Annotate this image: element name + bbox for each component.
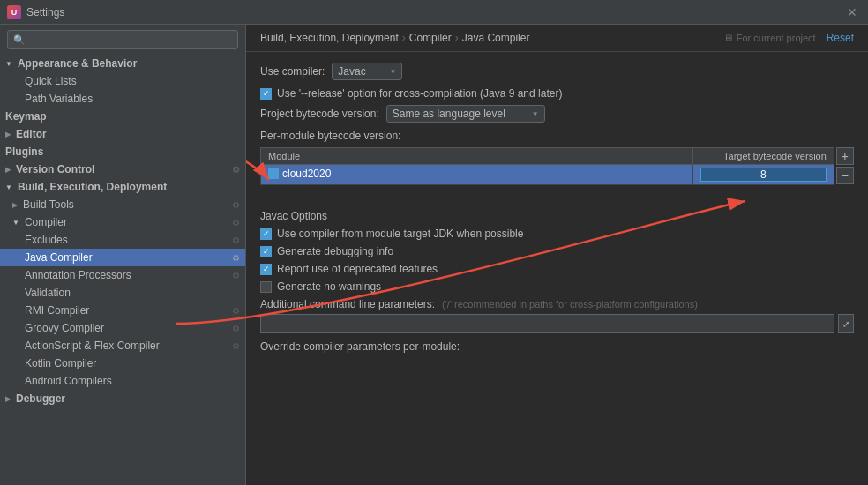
sync-icon: ⚙ [232,253,240,263]
sidebar-item-label: Version Control [16,163,94,175]
option-label-1: Generate debugging info [277,245,393,257]
sync-icon: ⚙ [232,235,240,245]
additional-params-note: ('/' recommended in paths for cross-plat… [442,299,698,310]
option-checkbox-0[interactable] [260,228,272,240]
module-table-wrapper: Module Target bytecode version cloud2020 [260,147,854,189]
sidebar-item-label: Quick Lists [25,75,77,87]
expand-icon: ▼ [5,183,12,191]
remove-module-button[interactable]: − [836,167,854,184]
reset-button[interactable]: Reset [827,32,854,44]
breadcrumb-sep-1: › [402,32,406,44]
search-input[interactable] [29,34,232,46]
sidebar-item-version-control[interactable]: ▶ Version Control ⚙ [0,160,245,178]
sidebar-item-build-tools[interactable]: ▶ Build Tools ⚙ [0,196,245,213]
module-cell: cloud2020 [261,165,693,185]
version-input[interactable] [700,168,827,182]
sidebar-item-editor[interactable]: ▶ Editor [0,125,245,143]
sidebar-item-label: Keymap [5,110,47,123]
sidebar-section: ▼ Appearance & Behavior Quick Lists Path… [0,55,245,407]
search-icon: 🔍 [13,34,26,46]
sidebar-item-label: Groovy Compiler [25,322,104,334]
window-title: Settings [26,6,64,19]
expand-icon: ▼ [5,60,12,68]
sidebar-item-path-variables[interactable]: Path Variables [0,90,245,108]
sidebar-item-label: Java Compiler [25,251,93,264]
sidebar-item-kotlin-compiler[interactable]: Kotlin Compiler [0,354,245,372]
breadcrumb-part-1: Build, Execution, Deployment [260,32,399,44]
sidebar-item-rmi-compiler[interactable]: RMI Compiler ⚙ [0,302,245,319]
arrow-spacer [260,189,854,203]
expand-button[interactable]: ⤢ [838,314,854,333]
sidebar-item-compiler[interactable]: ▼ Compiler ⚙ [0,213,245,231]
sidebar-item-label: Build, Execution, Deployment [18,181,167,193]
option-label-3: Generate no warnings [277,280,381,293]
sidebar-item-label: Debugger [16,392,65,405]
sync-icon: ⚙ [232,200,240,210]
sidebar-item-label: Annotation Processors [25,269,131,281]
version-cell[interactable] [692,165,834,185]
option-checkbox-2[interactable] [260,264,272,275]
col-target: Target bytecode version [692,148,834,165]
override-label: Override compiler parameters per-module: [260,340,854,353]
sync-icon: ⚙ [232,306,240,316]
sync-icon: ⚙ [232,218,240,228]
expand-icon: ▶ [5,166,11,174]
option-row-0: Use compiler from module target JDK when… [260,228,854,240]
sidebar-item-label: Path Variables [25,93,93,105]
sidebar-item-label: RMI Compiler [25,304,89,317]
module-icon-box [268,168,279,179]
breadcrumb-part-3: Java Compiler [462,32,530,44]
sidebar-item-label: Kotlin Compiler [25,357,96,369]
sync-icon: ⚙ [232,271,240,280]
expand-icon: ▶ [5,395,11,403]
breadcrumb-path: Build, Execution, Deployment › Compiler … [260,32,529,44]
sidebar-item-actionscript[interactable]: ActionScript & Flex Compiler ⚙ [0,337,245,354]
compiler-dropdown[interactable]: Javac ▼ [332,63,402,80]
sidebar-item-groovy-compiler[interactable]: Groovy Compiler ⚙ [0,319,245,337]
sidebar-item-validation[interactable]: Validation [0,284,245,302]
option-checkbox-3[interactable] [260,281,272,293]
additional-params-input-row: ⤢ [260,314,854,333]
sidebar-item-label: Android Compilers [25,375,112,387]
content-body: Use compiler: Javac ▼ Use '--release' op… [246,52,868,485]
option-label-0: Use compiler from module target JDK when… [277,228,523,240]
sidebar-item-appearance[interactable]: ▼ Appearance & Behavior [0,55,245,72]
breadcrumb-sep-2: › [455,32,459,44]
compiler-field-row: Use compiler: Javac ▼ [260,63,854,80]
release-option-checkbox[interactable] [260,88,272,100]
bytecode-version-row: Project bytecode version: Same as langua… [260,105,854,123]
expand-icon: ▼ [12,219,19,227]
sidebar-item-quick-lists[interactable]: Quick Lists [0,72,245,90]
search-box[interactable]: 🔍 [7,30,238,49]
sidebar-item-excludes[interactable]: Excludes ⚙ [0,231,245,249]
col-module: Module [261,148,693,165]
table-row[interactable]: cloud2020 [261,165,834,185]
option-row-2: Report use of deprecated features [260,263,854,275]
sidebar-item-annotation-processors[interactable]: Annotation Processors ⚙ [0,266,245,284]
bytecode-version-label: Project bytecode version: [260,108,379,120]
monitor-icon: 🖥 [723,33,733,43]
add-module-button[interactable]: + [836,147,854,165]
sync-icon: ⚙ [232,324,240,333]
chevron-down-icon: ▼ [532,110,539,118]
sidebar-item-java-compiler[interactable]: Java Compiler ⚙ [0,249,245,266]
sidebar-item-build-exec[interactable]: ▼ Build, Execution, Deployment [0,178,245,196]
close-button[interactable]: ✕ [843,4,861,21]
breadcrumb-right: 🖥 For current project Reset [723,32,854,44]
additional-params-input[interactable] [260,314,834,333]
chevron-down-icon: ▼ [389,68,396,76]
sidebar-item-debugger[interactable]: ▶ Debugger [0,390,245,407]
module-table: Module Target bytecode version cloud2020 [260,147,834,185]
app-logo: U [7,5,21,19]
table-actions: + − [836,147,854,184]
bytecode-version-dropdown[interactable]: Same as language level ▼ [386,105,545,123]
sidebar-item-android-compilers[interactable]: Android Compilers [0,372,245,390]
sidebar: 🔍 ▼ Appearance & Behavior Quick Lists Pa… [0,25,246,485]
option-checkbox-1[interactable] [260,246,272,257]
javac-options-title: Javac Options [260,210,854,222]
option-row-1: Generate debugging info [260,245,854,257]
breadcrumb: Build, Execution, Deployment › Compiler … [246,25,868,52]
sidebar-item-keymap[interactable]: Keymap [0,108,245,125]
expand-icon: ▶ [5,131,11,138]
sidebar-item-plugins[interactable]: Plugins [0,143,245,160]
